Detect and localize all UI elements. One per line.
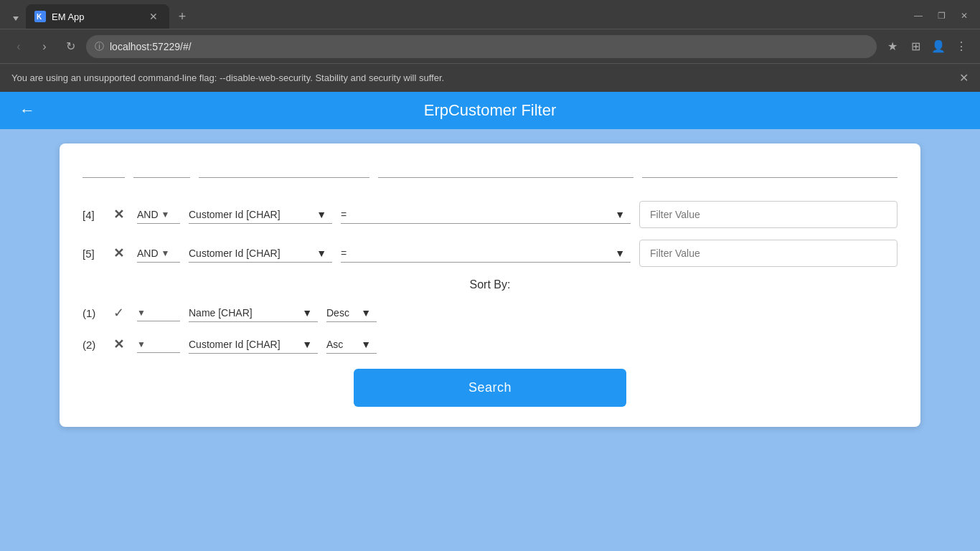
warning-bar: You are using an unsupported command-lin… bbox=[0, 63, 980, 92]
sort-row-2-field-dropdown[interactable]: Customer Id [CHAR] ▼ bbox=[189, 336, 318, 354]
sort-row-1-order-chevron: ▼ bbox=[361, 307, 371, 319]
reload-btn[interactable]: ↻ bbox=[60, 37, 80, 57]
warning-close-btn[interactable]: ✕ bbox=[959, 71, 969, 85]
profile-btn[interactable]: 👤 bbox=[928, 37, 948, 57]
sort-row-1-order-dropdown[interactable]: Desc ▼ bbox=[326, 304, 377, 322]
url-bar[interactable]: ⓘ localhost:57229/#/ bbox=[86, 35, 877, 58]
sort-row-2: (2) ✕ ▼ Customer Id [CHAR] ▼ Asc ▼ bbox=[83, 334, 897, 354]
sort-row-1-num: (1) bbox=[83, 307, 100, 319]
forward-nav-btn[interactable]: › bbox=[34, 37, 55, 57]
partial-filter-row bbox=[83, 161, 897, 187]
sort-row-1: (1) ✓ ▼ Name [CHAR] ▼ Desc ▼ bbox=[83, 303, 897, 323]
maximize-btn[interactable]: ❐ bbox=[931, 7, 951, 24]
x-icon-sort-2: ✕ bbox=[113, 336, 124, 352]
sort-row-2-order-chevron: ▼ bbox=[361, 339, 371, 350]
app-title: ErpCustomer Filter bbox=[424, 101, 557, 120]
row-5-logic-chevron: ▼ bbox=[161, 248, 170, 258]
row-5-filter-value[interactable] bbox=[639, 240, 897, 267]
sort-row-2-field-chevron: ▼ bbox=[302, 339, 312, 350]
sort-row-1-field-chevron: ▼ bbox=[302, 307, 312, 319]
sort-row-2-order-dropdown[interactable]: Asc ▼ bbox=[326, 336, 377, 354]
sort-row-1-icon-dropdown[interactable]: ▼ bbox=[137, 305, 180, 321]
tab-close-btn[interactable]: ✕ bbox=[146, 9, 161, 24]
x-icon-4: ✕ bbox=[113, 207, 124, 222]
tab-title: EM App bbox=[52, 11, 141, 22]
sort-row-2-icon-dropdown[interactable]: ▼ bbox=[137, 336, 180, 353]
row-4-operator-chevron: ▼ bbox=[615, 209, 625, 220]
active-tab[interactable]: K EM App ✕ bbox=[26, 4, 169, 29]
tab-favicon: K bbox=[34, 11, 46, 22]
row-5-field-chevron: ▼ bbox=[316, 248, 326, 259]
row-5-operator-chevron: ▼ bbox=[615, 248, 625, 259]
row-5-operator-dropdown[interactable]: = ▼ bbox=[341, 245, 631, 263]
sort-row-2-icon-chevron: ▼ bbox=[137, 339, 146, 349]
row-4-num: [4] bbox=[83, 209, 100, 221]
check-icon-1: ✓ bbox=[113, 305, 124, 321]
row-5-logic-dropdown[interactable]: AND ▼ bbox=[137, 245, 180, 263]
row-5-field-dropdown[interactable]: Customer Id [CHAR] ▼ bbox=[189, 245, 332, 263]
row-4-field-dropdown[interactable]: Customer Id [CHAR] ▼ bbox=[189, 206, 332, 224]
sort-by-title: Sort By: bbox=[83, 278, 897, 291]
sort-row-1-check-btn[interactable]: ✓ bbox=[108, 303, 128, 323]
sort-row-2-num: (2) bbox=[83, 339, 100, 351]
row-4-remove-btn[interactable]: ✕ bbox=[108, 204, 128, 225]
row-4-logic-chevron: ▼ bbox=[161, 209, 170, 220]
filter-card: [4] ✕ AND ▼ Customer Id [CHAR] ▼ = bbox=[60, 143, 920, 427]
search-button[interactable]: Search bbox=[354, 369, 626, 407]
row-4-operator-dropdown[interactable]: = ▼ bbox=[341, 206, 631, 224]
new-tab-btn[interactable]: + bbox=[172, 6, 192, 27]
sort-row-1-field-dropdown[interactable]: Name [CHAR] ▼ bbox=[189, 304, 318, 322]
svg-marker-0 bbox=[13, 17, 19, 21]
row-4-field-chevron: ▼ bbox=[316, 209, 326, 220]
window-close-btn[interactable]: ✕ bbox=[954, 7, 974, 24]
url-text: localhost:57229/#/ bbox=[110, 41, 192, 52]
app-header: ← ErpCustomer Filter bbox=[0, 92, 980, 129]
warning-text: You are using an unsupported command-lin… bbox=[11, 72, 444, 83]
minimize-btn[interactable]: — bbox=[908, 7, 928, 24]
row-4-filter-value[interactable] bbox=[639, 201, 897, 228]
menu-btn[interactable]: ⋮ bbox=[951, 37, 971, 57]
bookmark-btn[interactable]: ★ bbox=[882, 37, 903, 57]
row-5-remove-btn[interactable]: ✕ bbox=[108, 243, 128, 263]
media-btn[interactable]: ⊞ bbox=[905, 37, 925, 57]
app-back-btn[interactable]: ← bbox=[14, 98, 40, 123]
lock-icon: ⓘ bbox=[95, 40, 104, 53]
back-nav-btn[interactable]: ‹ bbox=[9, 37, 29, 57]
filter-row-4: [4] ✕ AND ▼ Customer Id [CHAR] ▼ = bbox=[83, 201, 897, 228]
svg-text:K: K bbox=[37, 13, 42, 21]
row-4-logic-dropdown[interactable]: AND ▼ bbox=[137, 206, 180, 224]
sort-row-2-remove-btn[interactable]: ✕ bbox=[108, 334, 128, 354]
row-5-num: [5] bbox=[83, 248, 100, 260]
history-dropdown-btn[interactable] bbox=[6, 9, 26, 29]
sort-row-1-icon-chevron: ▼ bbox=[137, 308, 146, 318]
x-icon-5: ✕ bbox=[113, 245, 124, 261]
filter-row-5: [5] ✕ AND ▼ Customer Id [CHAR] ▼ = bbox=[83, 240, 897, 267]
